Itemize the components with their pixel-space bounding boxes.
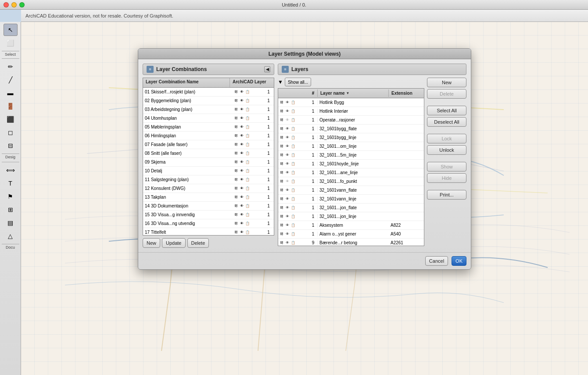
sidebar-tool-stair[interactable]: ⊟	[4, 139, 18, 152]
layer-name: Bærende...r betong	[318, 240, 389, 245]
combo-row[interactable]: 05 Møbleringsplan ⛓ 👁 📋 1	[143, 123, 274, 132]
layer-row[interactable]: ⛓ 👁 📋 1 Hotlink Interiør	[278, 107, 424, 116]
new-combination-button[interactable]: New	[143, 238, 160, 248]
layers-table-body[interactable]: ⛓ 👁 📋 1 Hotlink Bygg ⛓ 👁 📋 1 Hotlink Int…	[278, 98, 424, 246]
layer-settings-dialog: Layer Settings (Model views) ≡ Layer Com…	[138, 48, 471, 270]
layer-row[interactable]: ⛓ 👁 📋 1 32_1601vann_flate	[278, 186, 424, 195]
combo-row[interactable]: 06 Himlingsplan ⛓ 👁 📋 1	[143, 132, 274, 140]
ok-button[interactable]: OK	[452, 256, 466, 266]
show-all-button[interactable]: Show all...	[285, 78, 311, 86]
layer-row[interactable]: ⛓ 👁 📋 1 32_1601...5m_linje	[278, 151, 424, 160]
statusbar: ArchiCAD Educational version, not for re…	[21, 10, 588, 22]
sidebar-tool-wall[interactable]: ▬	[4, 87, 18, 99]
layer-num: 1	[309, 179, 318, 184]
layer-row[interactable]: ⛓ 👁 📋 1 32_1601bygg_linje	[278, 133, 424, 142]
eye-icon-layer: 👁	[285, 240, 290, 246]
sidebar-tool-obj[interactable]: ◻	[4, 126, 18, 139]
eye-icon: 👁	[239, 168, 244, 174]
layer-row[interactable]: ⛓ 👁 📋 1 32_1601...jon_flate	[278, 204, 424, 212]
combo-row[interactable]: 14 3D Dokumentasjon ⛓ 👁 📋 1	[143, 202, 274, 211]
sidebar-tool-rectangle[interactable]: ⬜	[4, 37, 18, 49]
sidebar-tool-zone[interactable]: ⊞	[4, 204, 18, 216]
layer-num: 1	[309, 188, 318, 193]
new-layer-button[interactable]: New	[427, 78, 466, 87]
combo-name: 04 Utomhusplan	[143, 116, 233, 121]
layer-row[interactable]: ⛓ 👁 📋 9 Bærende...r betong A2261	[278, 239, 424, 246]
collapse-button[interactable]: ◀	[264, 66, 270, 72]
minimize-button[interactable]	[11, 2, 17, 7]
combo-name: 17 Tittelfelt	[143, 230, 233, 235]
combo-icons: ⛓ 👁 📋	[233, 142, 263, 147]
layer-name: 32_1601...jon_linje	[318, 214, 389, 219]
layers-table: # Layer name ▼ Extension ⛓ 👁	[278, 88, 424, 246]
combo-name: 07 Fasade (alle faser)	[143, 142, 233, 147]
combo-row[interactable]: 12 Konsulent (DWG) ⛓ 👁 📋 1	[143, 184, 274, 193]
combo-num: 1	[263, 160, 274, 164]
layer-num: 1	[309, 223, 318, 228]
sidebar-tool-door[interactable]: 🚪	[4, 100, 18, 112]
deselect-all-button[interactable]: Deselect All	[427, 117, 466, 127]
combo-row[interactable]: 11 Salgstegning (plan) ⛓ 👁 📋 1	[143, 175, 274, 184]
delete-combination-button[interactable]: Delete	[187, 238, 209, 248]
combo-row[interactable]: 07 Fasade (alle faser) ⛓ 👁 📋 1	[143, 140, 274, 149]
combo-row[interactable]: 03 Arbeidstegning (plan) ⛓ 👁 📋 1	[143, 105, 274, 114]
layer-name: 32_1601bygg_linje	[318, 135, 389, 140]
combo-row[interactable]: 08 Snitt (alle faser) ⛓ 👁 📋 1	[143, 149, 274, 158]
layer-row[interactable]: ⛓ 👁 📋 1 32_1601...jon_linje	[278, 212, 424, 221]
hide-button[interactable]: Hide	[427, 173, 466, 183]
layer-row[interactable]: ⛓ 👁 📋 1 Operatø...rasjoner	[278, 116, 424, 125]
link-icon-layer: ⛓	[279, 232, 284, 237]
combo-num: 1	[263, 204, 274, 208]
combo-table-body[interactable]: 01 Skisse/f...rosjekt (plan) ⛓ 👁 📋 1 02 …	[143, 88, 274, 235]
link-icon-layer: ⛓	[279, 144, 284, 149]
sidebar-tool-window[interactable]: ⬛	[4, 113, 18, 125]
layer-name: 32_1601...fo_punkt	[318, 179, 389, 184]
update-button[interactable]: Update	[162, 238, 185, 248]
layer-icons: ⛓ 👁 📋	[278, 188, 309, 193]
sidebar-tool-select[interactable]: ↖	[4, 24, 18, 36]
combo-row[interactable]: 01 Skisse/f...rosjekt (plan) ⛓ 👁 📋 1	[143, 88, 274, 96]
cancel-button[interactable]: Cancel	[425, 256, 448, 266]
combo-row[interactable]: 10 Detalj ⛓ 👁 📋 1	[143, 167, 274, 175]
combo-row[interactable]: 02 Byggemelding (plan) ⛓ 👁 📋 1	[143, 96, 274, 105]
layer-row[interactable]: ⛓ 👁 📋 1 Aksesystem A822	[278, 221, 424, 230]
sidebar-tool-line[interactable]: ╱	[4, 74, 18, 86]
combo-row[interactable]: 04 Utomhusplan ⛓ 👁 📋 1	[143, 114, 274, 123]
combo-row[interactable]: 16 3D Visua...ng utvendig ⛓ 👁 📋 1	[143, 219, 274, 228]
sidebar-tool-dim[interactable]: ⟺	[4, 164, 18, 176]
close-button[interactable]	[4, 2, 9, 7]
unlock-button[interactable]: Unlock	[427, 145, 466, 155]
select-all-button[interactable]: Select All	[427, 106, 466, 115]
layers-list: ▼ Show all... # Layer name ▼	[278, 78, 424, 248]
link-icon-layer: ⛓	[279, 179, 284, 184]
print-button[interactable]: Print...	[427, 190, 466, 200]
link-icon: ⛓	[233, 125, 239, 130]
layer-row[interactable]: ⛓ 👁 📋 1 32_1601vann_linje	[278, 195, 424, 204]
eye-icon: 👁	[239, 204, 244, 209]
maximize-button[interactable]	[19, 2, 25, 7]
combo-row[interactable]: 15 3D Visua...g innvendig ⛓ 👁 📋 1	[143, 211, 274, 219]
lock-button[interactable]: Lock	[427, 134, 466, 143]
sidebar-label-doc: Docu	[2, 244, 19, 250]
combo-row[interactable]: 17 Tittelfelt ⛓ 👁 📋 1	[143, 228, 274, 235]
sidebar-tool-label[interactable]: ⚑	[4, 190, 18, 203]
sidebar-tool-text[interactable]: T	[4, 177, 18, 189]
sidebar-tool-pen[interactable]: ✏	[4, 61, 18, 73]
layer-row[interactable]: ⛓ 👁 📋 1 32_1601...fo_punkt	[278, 177, 424, 186]
sidebar-tool-draw[interactable]: △	[4, 230, 18, 242]
eye-icon-layer: 👁	[285, 144, 290, 149]
sidebar-tool-fill[interactable]: ▤	[4, 217, 18, 229]
layer-type-icon: 📋	[290, 109, 296, 114]
show-button[interactable]: Show	[427, 162, 466, 171]
layer-row[interactable]: ⛓ 👁 📋 1 32_1601...ane_linje	[278, 168, 424, 177]
combo-row[interactable]: 09 Skjema ⛓ 👁 📋 1	[143, 158, 274, 167]
combo-row[interactable]: 13 Takplan ⛓ 👁 📋 1	[143, 193, 274, 202]
layer-name: Operatø...rasjoner	[318, 118, 389, 122]
eye-icon-layer: 👁	[285, 196, 290, 202]
layer-row[interactable]: ⛓ 👁 📋 1 32_1601...om_linje	[278, 142, 424, 151]
layer-row[interactable]: ⛓ 👁 📋 1 Alarm o...yst gener A540	[278, 230, 424, 239]
layer-row[interactable]: ⛓ 👁 📋 1 Hotlink Bygg	[278, 98, 424, 107]
layer-row[interactable]: ⛓ 👁 📋 1 32_1601hoyde_linje	[278, 160, 424, 168]
layer-row[interactable]: ⛓ 👁 📋 1 32_1601bygg_flate	[278, 125, 424, 133]
delete-layer-button[interactable]: Delete	[427, 89, 466, 99]
